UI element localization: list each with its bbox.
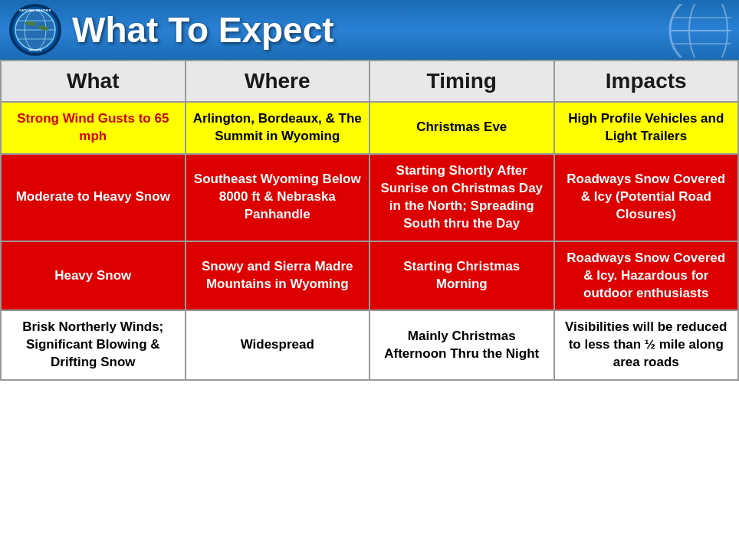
cell-impacts: Visibilities will be reduced to less tha…	[554, 310, 739, 380]
col-header-impacts: Impacts	[554, 61, 739, 102]
cell-impacts: High Profile Vehicles and Light Trailers	[554, 102, 739, 154]
cell-what: Moderate to Heavy Snow	[1, 154, 186, 241]
svg-text:NATIONAL WEATHER: NATIONAL WEATHER	[19, 8, 51, 12]
table-row: Heavy SnowSnowy and Sierra Madre Mountai…	[1, 241, 738, 311]
cell-impacts: Roadways Snow Covered & Icy. Hazardous f…	[554, 241, 739, 311]
cell-where: Snowy and Sierra Madre Mountains in Wyom…	[186, 241, 370, 311]
cell-timing: Starting Christmas Morning	[370, 241, 554, 311]
page-header: NATIONAL WEATHER SERVICE What To Expect	[0, 0, 739, 60]
cell-impacts: Roadways Snow Covered & Icy (Potential R…	[554, 154, 739, 241]
table-row: Brisk Northerly Winds; Significant Blowi…	[1, 310, 738, 380]
col-header-timing: Timing	[370, 61, 554, 102]
cell-timing: Christmas Eve	[370, 102, 554, 154]
col-header-where: Where	[186, 61, 370, 102]
cell-where: Arlington, Bordeaux, & The Summit in Wyo…	[186, 102, 370, 154]
weather-table: What Where Timing Impacts Strong Wind Gu…	[0, 60, 739, 381]
cell-where: Southeast Wyoming Below 8000 ft & Nebras…	[186, 154, 370, 241]
cell-what: Strong Wind Gusts to 65 mph	[1, 102, 186, 154]
cell-timing: Starting Shortly After Sunrise on Christ…	[370, 154, 554, 241]
svg-text:SERVICE: SERVICE	[28, 48, 42, 52]
page-title: What To Expect	[72, 9, 730, 51]
header-watermark	[639, 4, 731, 57]
cell-what: Heavy Snow	[1, 241, 186, 311]
table-row: Strong Wind Gusts to 65 mphArlington, Bo…	[1, 102, 738, 154]
cell-where: Widespread	[186, 310, 370, 380]
cell-timing: Mainly Christmas Afternoon Thru the Nigh…	[370, 310, 554, 380]
nws-logo: NATIONAL WEATHER SERVICE	[9, 4, 61, 56]
table-header-row: What Where Timing Impacts	[1, 61, 738, 102]
col-header-what: What	[1, 61, 186, 102]
table-row: Moderate to Heavy SnowSoutheast Wyoming …	[1, 154, 738, 241]
cell-what: Brisk Northerly Winds; Significant Blowi…	[1, 310, 186, 380]
